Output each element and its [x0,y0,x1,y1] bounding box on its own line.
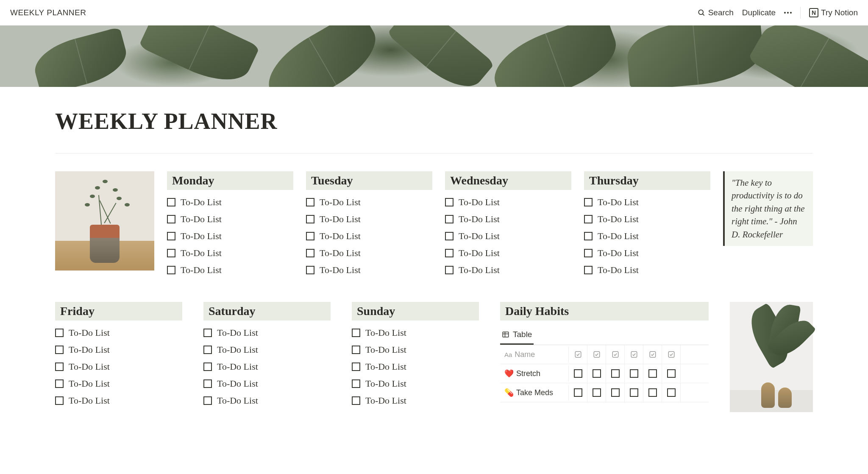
checkbox-icon[interactable] [574,388,582,397]
checkbox-icon[interactable] [648,369,657,378]
todo-item[interactable]: To-Do List [306,214,432,225]
todo-item[interactable]: To-Do List [445,265,571,276]
todo-item[interactable]: To-Do List [445,214,571,225]
checkbox-icon[interactable] [55,329,64,337]
todo-item[interactable]: To-Do List [55,361,182,372]
habit-day-header[interactable] [587,345,606,364]
habit-checkbox-cell[interactable] [643,364,662,383]
checkbox-icon[interactable] [445,198,453,206]
habit-checkbox-cell[interactable] [625,364,643,383]
todo-item[interactable]: To-Do List [584,231,710,242]
checkbox-icon[interactable] [167,266,175,274]
todo-item[interactable]: To-Do List [306,231,432,242]
habit-checkbox-cell[interactable] [625,383,643,402]
page-title[interactable]: WEEKLY PLANNER [55,108,813,134]
checkbox-icon[interactable] [203,379,212,388]
checkbox-icon[interactable] [593,369,601,378]
todo-item[interactable]: To-Do List [352,327,479,338]
todo-item[interactable]: To-Do List [167,248,293,259]
checkbox-icon[interactable] [648,388,657,397]
checkbox-icon[interactable] [306,249,314,257]
habit-day-header[interactable] [625,345,643,364]
checkbox-icon[interactable] [445,232,453,240]
habit-day-header[interactable] [606,345,625,364]
habit-checkbox-cell[interactable] [606,364,625,383]
quote-callout[interactable]: "The key to productivity is to do the ri… [723,171,813,246]
breadcrumb-title[interactable]: WEEKLY PLANNER [10,8,86,17]
todo-item[interactable]: To-Do List [203,378,331,389]
habit-day-header[interactable] [662,345,681,364]
table-view-tab[interactable]: Table [500,327,534,345]
day-heading[interactable]: Thursday [584,171,710,190]
checkbox-icon[interactable] [167,249,175,257]
todo-item[interactable]: To-Do List [445,231,571,242]
decorative-vase-image[interactable] [730,302,813,412]
day-heading[interactable]: Monday [167,171,293,190]
todo-item[interactable]: To-Do List [352,395,479,406]
name-column-header[interactable]: Aa Name [500,347,569,362]
decorative-plant-image[interactable] [55,171,154,270]
habit-checkbox-cell[interactable] [587,383,606,402]
day-heading[interactable]: Friday [55,302,182,321]
day-heading[interactable]: Tuesday [306,171,432,190]
todo-item[interactable]: To-Do List [306,248,432,259]
todo-item[interactable]: To-Do List [55,378,182,389]
todo-item[interactable]: To-Do List [55,327,182,338]
checkbox-icon[interactable] [593,388,601,397]
habit-checkbox-cell[interactable] [662,383,681,402]
todo-item[interactable]: To-Do List [167,214,293,225]
habits-heading[interactable]: Daily Habits [500,302,709,321]
todo-item[interactable]: To-Do List [352,378,479,389]
habit-checkbox-cell[interactable] [662,364,681,383]
checkbox-icon[interactable] [352,362,360,371]
checkbox-icon[interactable] [584,249,593,257]
checkbox-icon[interactable] [584,215,593,223]
todo-item[interactable]: To-Do List [584,265,710,276]
checkbox-icon[interactable] [167,215,175,223]
more-menu-button[interactable] [784,12,792,14]
day-heading[interactable]: Wednesday [445,171,571,190]
duplicate-button[interactable]: Duplicate [742,8,776,17]
checkbox-icon[interactable] [55,396,64,405]
checkbox-icon[interactable] [611,369,620,378]
checkbox-icon[interactable] [445,266,453,274]
todo-item[interactable]: To-Do List [167,231,293,242]
checkbox-icon[interactable] [306,232,314,240]
todo-item[interactable]: To-Do List [167,197,293,208]
checkbox-icon[interactable] [611,388,620,397]
todo-item[interactable]: To-Do List [584,197,710,208]
checkbox-icon[interactable] [55,379,64,388]
checkbox-icon[interactable] [352,379,360,388]
checkbox-icon[interactable] [667,369,676,378]
checkbox-icon[interactable] [203,362,212,371]
checkbox-icon[interactable] [203,329,212,337]
todo-item[interactable]: To-Do List [55,395,182,406]
habit-checkbox-cell[interactable] [587,364,606,383]
checkbox-icon[interactable] [584,266,593,274]
todo-item[interactable]: To-Do List [584,214,710,225]
todo-item[interactable]: To-Do List [167,265,293,276]
habit-day-header[interactable] [569,345,587,364]
habit-row-stretch[interactable]: ❤️ Stretch [500,364,709,383]
checkbox-icon[interactable] [574,369,582,378]
checkbox-icon[interactable] [306,266,314,274]
habit-name-cell[interactable]: 💊 Take Meds [500,385,569,401]
todo-item[interactable]: To-Do List [584,248,710,259]
search-button[interactable]: Search [697,8,734,17]
habit-checkbox-cell[interactable] [643,383,662,402]
checkbox-icon[interactable] [352,329,360,337]
day-heading[interactable]: Sunday [352,302,479,321]
todo-item[interactable]: To-Do List [445,197,571,208]
checkbox-icon[interactable] [167,198,175,206]
checkbox-icon[interactable] [55,346,64,354]
checkbox-icon[interactable] [306,215,314,223]
try-notion-button[interactable]: N Try Notion [809,8,858,17]
checkbox-icon[interactable] [352,396,360,405]
checkbox-icon[interactable] [306,198,314,206]
todo-item[interactable]: To-Do List [306,265,432,276]
habit-checkbox-cell[interactable] [569,364,587,383]
todo-item[interactable]: To-Do List [352,344,479,355]
todo-item[interactable]: To-Do List [445,248,571,259]
checkbox-icon[interactable] [584,198,593,206]
checkbox-icon[interactable] [445,215,453,223]
